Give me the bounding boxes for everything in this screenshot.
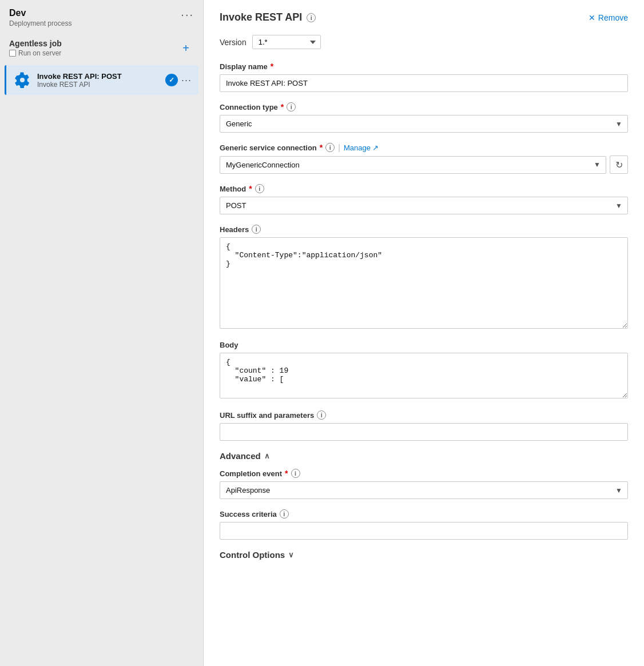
task-name: Invoke REST API: POST xyxy=(37,72,160,81)
task-sub: Invoke REST API xyxy=(37,81,160,89)
project-title: Dev xyxy=(9,8,71,18)
panel-title: Invoke REST API i xyxy=(220,11,316,23)
success-criteria-info-icon[interactable]: i xyxy=(280,509,289,519)
refresh-connection-button[interactable]: ↻ xyxy=(610,155,628,174)
connection-type-label: Connection type * i xyxy=(220,102,628,111)
generic-service-connection-label: Generic service connection * i xyxy=(220,143,335,152)
display-name-field: Display name * xyxy=(220,62,628,92)
advanced-chevron-icon: ∧ xyxy=(264,452,270,460)
method-required: * xyxy=(249,184,252,193)
method-info-icon[interactable]: i xyxy=(255,184,264,193)
job-title: Agentless job xyxy=(9,39,62,48)
headers-label: Headers i xyxy=(220,225,628,234)
body-textarea[interactable]: { "count" : 19 "value" : [ xyxy=(220,353,628,398)
headers-info-icon[interactable]: i xyxy=(252,225,261,234)
task-more-button[interactable]: ··· xyxy=(181,74,192,86)
job-info: Agentless job Run on server xyxy=(9,39,62,57)
completion-event-info-icon[interactable]: i xyxy=(291,469,300,478)
advanced-section-toggle[interactable]: Advanced ∧ xyxy=(220,451,628,461)
display-name-input[interactable] xyxy=(220,74,628,92)
control-options-section-toggle[interactable]: Control Options ∨ xyxy=(220,550,628,560)
task-item[interactable]: Invoke REST API: POST Invoke REST API ··… xyxy=(5,65,198,95)
completion-event-label: Completion event * i xyxy=(220,469,628,478)
project-subtitle: Deployment process xyxy=(9,19,71,27)
version-row: Version 1.* xyxy=(220,35,628,49)
headers-textarea[interactable]: { "Content-Type":"application/json" } xyxy=(220,237,628,329)
server-icon xyxy=(9,50,16,57)
gear-svg-icon xyxy=(14,72,30,88)
manage-link[interactable]: Manage ↗ xyxy=(344,143,379,152)
job-subtitle: Run on server xyxy=(9,49,62,57)
project-info: Dev Deployment process xyxy=(9,8,71,27)
success-criteria-input[interactable] xyxy=(220,522,628,540)
completion-event-field: Completion event * i ApiResponse Callbac… xyxy=(220,469,628,499)
control-options-chevron-icon: ∨ xyxy=(288,551,294,559)
header-dots-button[interactable]: ··· xyxy=(181,8,194,21)
task-status-check xyxy=(165,74,178,86)
external-link-icon: ↗ xyxy=(372,143,379,152)
generic-service-required: * xyxy=(320,143,323,152)
generic-service-select-wrapper: MyGenericConnection ▼ xyxy=(220,156,606,174)
completion-event-required: * xyxy=(285,469,288,478)
display-name-required: * xyxy=(271,62,273,71)
url-suffix-field: URL suffix and parameters i xyxy=(220,410,628,441)
connection-type-select[interactable]: Generic Azure Resource Manager xyxy=(220,115,628,133)
version-label: Version xyxy=(220,38,247,47)
url-suffix-input[interactable] xyxy=(220,423,628,441)
url-suffix-label: URL suffix and parameters i xyxy=(220,410,628,420)
task-gear-icon xyxy=(13,71,31,89)
generic-service-select[interactable]: MyGenericConnection xyxy=(220,156,606,174)
pipe-separator: | xyxy=(338,143,340,152)
add-task-button[interactable]: + xyxy=(178,40,194,56)
panel-header: Invoke REST API i ✕ Remove xyxy=(220,11,628,23)
display-name-label: Display name * xyxy=(220,62,628,71)
method-field: Method * i POST GET PUT DELETE PATCH ▼ xyxy=(220,184,628,214)
generic-service-connection-label-row: Generic service connection * i | Manage … xyxy=(220,143,628,152)
headers-field: Headers i { "Content-Type":"application/… xyxy=(220,225,628,330)
generic-service-connection-field: Generic service connection * i | Manage … xyxy=(220,143,628,174)
method-select-wrapper: POST GET PUT DELETE PATCH ▼ xyxy=(220,197,628,214)
job-header: Agentless job Run on server + xyxy=(0,33,203,63)
task-actions: ··· xyxy=(165,74,192,86)
remove-x-icon: ✕ xyxy=(589,13,595,22)
success-criteria-label: Success criteria i xyxy=(220,509,628,519)
completion-event-select[interactable]: ApiResponse Callback xyxy=(220,481,628,499)
connection-type-select-wrapper: Generic Azure Resource Manager ▼ xyxy=(220,115,628,133)
body-label: Body xyxy=(220,341,628,349)
connection-type-required: * xyxy=(281,102,284,111)
method-select[interactable]: POST GET PUT DELETE PATCH xyxy=(220,197,628,214)
remove-button[interactable]: ✕ Remove xyxy=(589,13,628,22)
url-suffix-info-icon[interactable]: i xyxy=(317,410,326,420)
completion-event-select-wrapper: ApiResponse Callback ▼ xyxy=(220,481,628,499)
task-info: Invoke REST API: POST Invoke REST API xyxy=(37,72,160,89)
connection-select-row: MyGenericConnection ▼ ↻ xyxy=(220,155,628,174)
success-criteria-field: Success criteria i xyxy=(220,509,628,540)
title-info-icon[interactable]: i xyxy=(307,13,316,22)
body-field: Body { "count" : 19 "value" : [ xyxy=(220,341,628,400)
left-panel: Dev Deployment process ··· Agentless job… xyxy=(0,0,204,666)
right-panel: Invoke REST API i ✕ Remove Version 1.* D… xyxy=(204,0,644,666)
version-select[interactable]: 1.* xyxy=(252,35,321,49)
connection-type-info-icon[interactable]: i xyxy=(287,102,296,111)
method-label: Method * i xyxy=(220,184,628,193)
connection-type-field: Connection type * i Generic Azure Resour… xyxy=(220,102,628,133)
left-header: Dev Deployment process ··· xyxy=(0,0,203,33)
generic-service-info-icon[interactable]: i xyxy=(325,143,335,152)
